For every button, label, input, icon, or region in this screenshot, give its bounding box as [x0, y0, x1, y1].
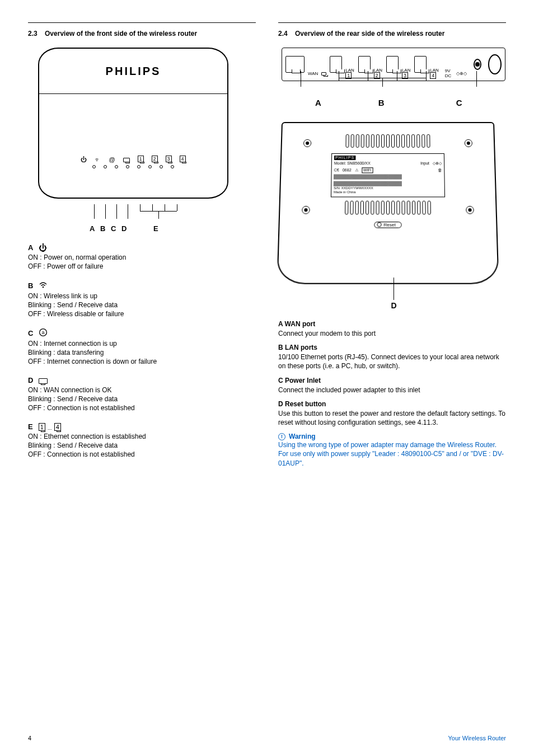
- lan2-port-icon: [358, 56, 371, 73]
- text: ON : Internet connection is up: [28, 340, 256, 348]
- screw-icon: [303, 139, 311, 147]
- text: Blinking : Send / Receive data: [28, 301, 256, 309]
- reset-button-label: Reset: [374, 222, 402, 228]
- lan1-icon: 1: [138, 156, 144, 163]
- section-2-4-title: 2.4 Overview of the rear side of the wir…: [278, 30, 506, 37]
- vent-icon: [345, 134, 430, 148]
- antenna-icon: [488, 54, 502, 74]
- section-2-3-title: 2.3 Overview of the front side of the wi…: [28, 30, 256, 37]
- text: ON : WAN connection is OK: [28, 386, 256, 394]
- section-2-3-number: 2.3: [28, 30, 38, 37]
- lan3-icon: 3: [166, 156, 172, 163]
- lan3-port-icon: [386, 56, 399, 73]
- front-led-A: A ⏻ ON : Power on, normal operation OFF …: [28, 243, 256, 270]
- weee-icon: 🗑: [438, 168, 442, 173]
- screw-icon: [302, 206, 310, 214]
- internet-icon: a: [39, 328, 48, 339]
- text: OFF : Wireless disable or failure: [28, 310, 256, 318]
- wan-port-icon: [285, 56, 305, 73]
- text: Blinking : data transfering: [28, 349, 256, 356]
- internet-icon: @: [109, 156, 115, 163]
- footer-title: Your Wireless Router: [448, 735, 506, 741]
- vent-icon: [345, 200, 431, 214]
- wireless-icon: [39, 280, 48, 291]
- rear-C-heading: C Power Inlet: [278, 377, 506, 384]
- label-C: C: [28, 329, 33, 337]
- label-A: A: [28, 243, 33, 252]
- power-jack-icon: [474, 59, 481, 70]
- svg-point-0: [43, 287, 44, 288]
- rear-A-heading: A WAN port: [278, 320, 506, 328]
- lan1-port-icon: [330, 56, 342, 73]
- text: Blinking : Send / Receive data: [28, 442, 256, 449]
- dc-label: 9V DC: [445, 68, 453, 78]
- wan-port-icon: [39, 375, 48, 385]
- section-2-4-number: 2.4: [278, 30, 288, 37]
- screw-icon: [465, 139, 472, 147]
- wan-label: WAN: [308, 71, 318, 76]
- text: ON : Power on, normal operation: [28, 253, 256, 261]
- front-callout-lines: [38, 204, 228, 224]
- wireless-icon: ᯤ: [95, 156, 101, 163]
- warning-text-2: For use only with power supply "Leader :…: [278, 449, 506, 467]
- text: OFF : Connection is not established: [28, 404, 256, 412]
- rear-B-text: 10/100 Ethernet ports (RJ-45). Connect d…: [278, 353, 506, 370]
- front-led-D: D ON : WAN connection is OK Blinking : S…: [28, 375, 256, 412]
- label-B: B: [28, 281, 33, 290]
- dc-polarity-icon: ◇⊕◇: [456, 71, 467, 76]
- lan4-icon: 4: [180, 156, 186, 163]
- reset-hole-icon: [377, 222, 381, 227]
- text: ON : Ethernet connection is established: [28, 433, 256, 440]
- rear-A-text: Connect your modem to this port: [278, 329, 506, 338]
- rear-D-text: Use this button to reset the power and r…: [278, 409, 506, 427]
- text: OFF : Connection is not established: [28, 450, 256, 458]
- front-led-B: B ON : Wireless link is up Blinking : Se…: [28, 280, 256, 318]
- power-icon: ⏻: [81, 156, 87, 163]
- warning-icon: !: [278, 433, 285, 440]
- product-label: PHILIPS Model: SNB5600/XXInput◇⊕◇ C€0682…: [331, 153, 445, 197]
- text: OFF : Internet connection is down or fai…: [28, 358, 256, 365]
- front-device-illustration: PHILIPS ⏻ ᯤ @ 1 2 3 4: [38, 48, 228, 199]
- lan4-port-icon: [414, 56, 427, 73]
- rear-B-heading: B LAN ports: [278, 344, 506, 351]
- front-letter-labels: A B C D E: [38, 224, 256, 233]
- bottom-device-illustration: PHILIPS Model: SNB5600/XXInput◇⊕◇ C€0682…: [282, 122, 506, 310]
- rear-D-heading: D Reset button: [278, 400, 506, 408]
- lan2-icon: 2: [152, 156, 158, 163]
- warning-heading: ! Warning: [278, 433, 506, 440]
- rear-C-text: Connect the included power adapter to th…: [278, 386, 506, 395]
- front-led-E: E 1 ... 4 ON : Ethernet connection is es…: [28, 422, 256, 458]
- label-E: E: [28, 422, 33, 431]
- lan-range-icon: 1 ... 4: [39, 422, 61, 431]
- text: Blinking : Send / Receive data: [28, 395, 256, 403]
- screw-icon: [466, 206, 474, 214]
- power-icon: ⏻: [39, 243, 47, 252]
- warning-text-1: Using the wrong type of power adapter ma…: [278, 440, 506, 449]
- text: OFF : Power off or failure: [28, 262, 256, 270]
- label-D: D: [282, 301, 506, 310]
- brand-logo: PHILIPS: [39, 49, 227, 93]
- rear-device-illustration: WAN LAN1 LAN2 LAN3 LAN4 9V DC ◇⊕◇: [282, 48, 505, 107]
- section-2-4-text: Overview of the rear side of the wireles…: [295, 30, 444, 37]
- front-led-C: C a ON : Internet connection is up Blink…: [28, 328, 256, 365]
- dc-polarity-icon: ◇⊕◇: [433, 161, 442, 166]
- section-2-3-text: Overview of the front side of the wirele…: [45, 30, 197, 37]
- page-number: 4: [28, 735, 31, 741]
- svg-text:a: a: [42, 330, 45, 335]
- text: ON : Wireless link is up: [28, 292, 256, 300]
- wan-port-icon: [123, 156, 130, 163]
- label-D: D: [28, 376, 33, 384]
